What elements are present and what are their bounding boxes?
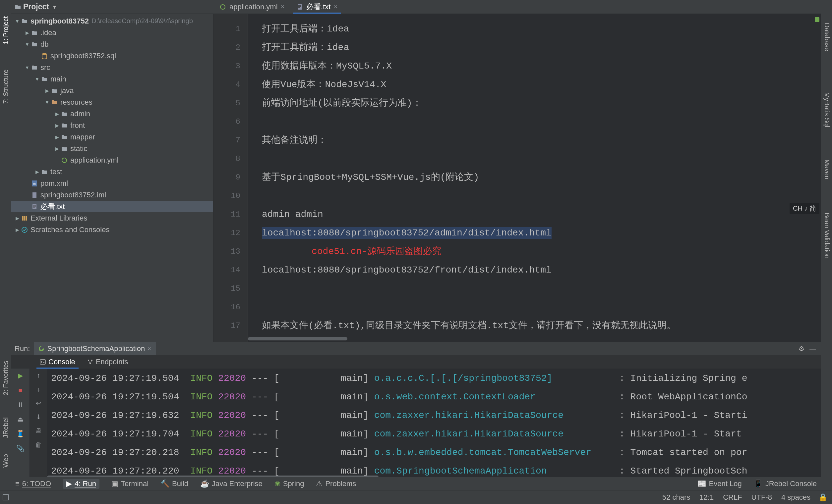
project-tree[interactable]: ▼ springboot83752 D:\releaseComp\24-09\9… (11, 14, 213, 235)
scrollbar-thumb[interactable] (248, 337, 347, 340)
status-enc[interactable]: UTF-8 (751, 493, 772, 502)
toolbtn-build[interactable]: 🔨Build (160, 479, 188, 488)
line-number: 12 (213, 224, 248, 243)
exit-icon[interactable]: ⏏ (16, 414, 26, 424)
tree-item[interactable]: ▶java (11, 85, 213, 96)
chevron-down-icon[interactable]: ▼ (25, 65, 30, 70)
left-toolstrip: 1: Project 7: Structure 2: Favorites JRe… (0, 0, 11, 504)
gear-icon[interactable]: ⚙ (797, 344, 806, 353)
tree-root[interactable]: ▼ springboot83752 D:\releaseComp\24-09\9… (11, 15, 213, 27)
toolstrip-mybatis-sql[interactable]: MyBatis Sql (823, 92, 830, 128)
stop-icon[interactable]: ■ (16, 385, 26, 395)
tree-item[interactable]: 必看.txt (11, 201, 213, 212)
chevron-right-icon[interactable]: ▶ (15, 216, 20, 221)
chevron-right-icon[interactable]: ▶ (15, 227, 20, 232)
trash-icon[interactable]: 🗑 (34, 440, 43, 449)
close-icon[interactable]: × (334, 3, 337, 10)
bottom-toolbar: ≡6: TODO ▶4: Run ▣Terminal 🔨Build ☕Java … (11, 477, 821, 490)
status-eol[interactable]: CRLF (723, 493, 742, 502)
toolstrip-jrebel[interactable]: JRebel (2, 417, 9, 438)
chevron-right-icon[interactable]: ▶ (25, 30, 30, 35)
up-icon[interactable]: ↑ (34, 370, 43, 380)
editor-error-stripe[interactable] (815, 14, 820, 342)
log-row: 2024-09-26 19:27:19.504 INFO 22020 --- [… (51, 369, 821, 388)
tree-scratches[interactable]: ▶ Scratches and Consoles (11, 224, 213, 235)
chevron-right-icon[interactable]: ▶ (45, 88, 50, 93)
rerun-icon[interactable]: ▶ (16, 370, 26, 381)
tree-item[interactable]: application.yml (11, 154, 213, 166)
pause-icon[interactable]: ⏸ (16, 400, 26, 410)
chevron-down-icon[interactable]: ▼ (45, 100, 50, 105)
dump-icon[interactable]: 🧵 (16, 429, 26, 439)
tree-item[interactable]: ▶static (11, 143, 213, 154)
close-icon[interactable]: × (148, 345, 151, 352)
toolbtn-eventlog[interactable]: 📰Event Log (697, 479, 742, 488)
scrollend-icon[interactable]: ⤓ (34, 412, 43, 422)
print-icon[interactable]: 🖶 (34, 426, 43, 436)
editor[interactable]: 1 2 3 4 5 6 7 8 9 10 11 12 13 14 15 16 1… (213, 14, 821, 342)
toolbtn-terminal[interactable]: ▣Terminal (111, 479, 149, 488)
attach-icon[interactable]: 📎 (16, 443, 26, 453)
code-line (262, 113, 821, 131)
toolstrip-maven[interactable]: Maven (823, 159, 830, 179)
console-output[interactable]: 2024-09-26 19:27:19.504 INFO 22020 --- [… (47, 369, 821, 480)
svg-rect-13 (33, 207, 35, 207)
softwrap-icon[interactable]: ↩ (34, 398, 43, 408)
chevron-right-icon[interactable]: ▶ (54, 111, 60, 117)
tree-item[interactable]: ▼src (11, 62, 213, 73)
toolwindow-quickaccess-icon[interactable] (3, 495, 9, 500)
tree-item[interactable]: ▼db (11, 38, 213, 50)
toolstrip-project[interactable]: 1: Project (2, 16, 9, 44)
toolbtn-problems[interactable]: ⚠Problems (316, 479, 356, 488)
line-number: 3 (213, 57, 248, 76)
down-icon[interactable]: ↓ (34, 385, 43, 394)
folder-icon (60, 122, 68, 129)
tree-item[interactable]: springboot83752.iml (11, 189, 213, 201)
tab-bikan-txt[interactable]: 必看.txt × (290, 0, 343, 13)
toolstrip-structure[interactable]: 7: Structure (2, 69, 9, 104)
tree-item[interactable]: springboot83752.sql (11, 50, 213, 62)
editor-content[interactable]: 打开工具后端：idea 打开工具前端：idea 使用数据库版本：MySQL5.7… (248, 14, 821, 342)
chevron-right-icon[interactable]: ▶ (54, 146, 60, 151)
tree-item[interactable]: ▶admin (11, 108, 213, 119)
toolbtn-todo[interactable]: ≡6: TODO (15, 479, 51, 488)
selected-text: localhost:8080/springboot83752/admin/dis… (262, 227, 552, 239)
toolstrip-web[interactable]: Web (2, 454, 9, 468)
status-indent[interactable]: 4 spaces (781, 493, 810, 502)
toolbtn-java-ent[interactable]: ☕Java Enterprise (200, 479, 262, 488)
project-tree-panel: ▼ springboot83752 D:\releaseComp\24-09\9… (11, 14, 213, 342)
tree-item[interactable]: ▶.idea (11, 27, 213, 38)
tree-item[interactable]: ▶mapper (11, 131, 213, 143)
chevron-right-icon[interactable]: ▶ (54, 123, 60, 128)
subtab-console[interactable]: Console (34, 355, 81, 369)
lock-icon[interactable]: 🔒 (818, 493, 827, 502)
chevron-down-icon[interactable]: ▼ (15, 19, 20, 24)
chevron-down-icon[interactable]: ▼ (34, 77, 40, 82)
tree-item[interactable]: ▼resources (11, 96, 213, 108)
code-line: code51.cn-源码乐园盗图必究 (262, 243, 821, 261)
toolbtn-run[interactable]: ▶4: Run (63, 479, 100, 489)
tree-item[interactable]: ▶test (11, 166, 213, 177)
toolstrip-validation[interactable]: Bean Validation (823, 213, 830, 259)
tree-label: test (50, 168, 62, 176)
toolstrip-database[interactable]: Database (823, 23, 830, 51)
tree-item[interactable]: mpom.xml (11, 177, 213, 189)
subtab-endpoints[interactable]: Endpoints (82, 355, 134, 369)
chevron-down-icon[interactable]: ▾ (53, 3, 56, 10)
tree-item[interactable]: ▼main (11, 73, 213, 85)
tab-application-yml[interactable]: application.yml × (213, 0, 290, 13)
tree-item[interactable]: ▶front (11, 119, 213, 131)
minimize-icon[interactable]: — (808, 344, 817, 353)
status-caret[interactable]: 12:1 (699, 493, 714, 502)
chevron-right-icon[interactable]: ▶ (34, 169, 40, 174)
chevron-down-icon[interactable]: ▼ (25, 42, 30, 47)
editor-horizontal-scrollbar[interactable] (248, 336, 815, 341)
toolbtn-spring[interactable]: ❀Spring (275, 479, 304, 488)
toolbtn-jrebel[interactable]: 📱JRebel Console (754, 479, 817, 488)
code-line (262, 279, 821, 298)
tree-external-libs[interactable]: ▶ External Libraries (11, 212, 213, 224)
toolstrip-favorites[interactable]: 2: Favorites (2, 361, 9, 395)
close-icon[interactable]: × (281, 3, 285, 10)
run-config-tab[interactable]: SpringbootSchemaApplication × (34, 342, 155, 355)
chevron-right-icon[interactable]: ▶ (54, 135, 60, 140)
